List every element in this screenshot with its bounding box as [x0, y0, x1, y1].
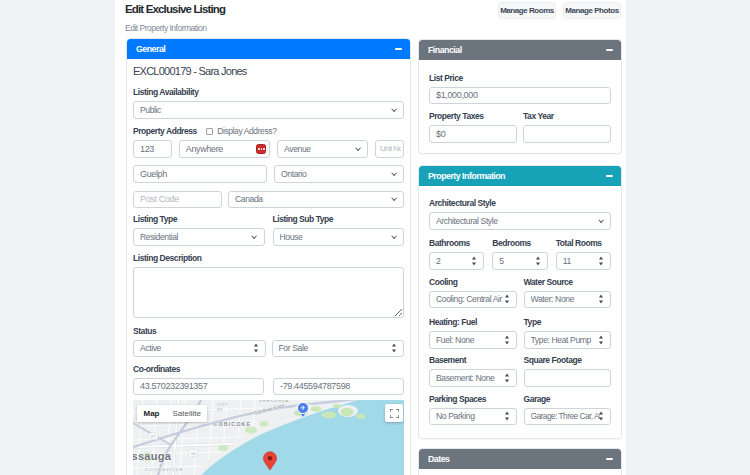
right-column: Financial List Price Property Taxes Tax …	[418, 39, 622, 475]
svg-text:10: 10	[191, 451, 196, 456]
map[interactable]: 27 10 ✈	[133, 400, 404, 475]
chevron-down-icon	[391, 233, 397, 239]
water-source-select[interactable]: Water: None	[524, 291, 612, 309]
chevron-down-icon	[391, 106, 397, 112]
property-information-card: Property Information Architectural Style…	[418, 165, 622, 439]
bedrooms-stepper[interactable]: 5	[492, 252, 547, 270]
general-card-header: General	[127, 39, 410, 59]
header-actions: Manage Rooms Manage Photos	[498, 2, 621, 19]
parking-spaces-select[interactable]: No Parking	[429, 408, 517, 426]
up-down-arrows-icon	[599, 335, 604, 344]
manage-photos-button[interactable]: Manage Photos	[563, 2, 621, 19]
map-type-map-button[interactable]: Map	[137, 405, 166, 422]
up-down-arrows-icon	[599, 412, 604, 421]
total-rooms-label: Total Rooms	[556, 239, 611, 248]
heating-type-label: Type	[524, 318, 612, 327]
up-down-arrows-icon	[472, 256, 477, 265]
parking-spaces-label: Parking Spaces	[429, 395, 517, 404]
total-rooms-stepper[interactable]: 11	[556, 252, 611, 270]
bedrooms-label: Bedrooms	[492, 239, 547, 248]
up-down-arrows-icon	[254, 344, 259, 353]
city-input[interactable]	[133, 165, 267, 183]
page-subtitle: Edit Property Information	[125, 23, 225, 33]
manage-rooms-button[interactable]: Manage Rooms	[498, 2, 556, 19]
province-select[interactable]: Ontario	[274, 165, 404, 183]
dates-card-title: Dates	[428, 454, 449, 464]
listing-sub-type-select[interactable]: House	[273, 228, 405, 246]
property-taxes-label: Property Taxes	[429, 112, 517, 121]
fullscreen-corners-icon	[390, 409, 399, 418]
up-down-arrows-icon	[599, 295, 604, 304]
street-number-input[interactable]	[133, 140, 172, 158]
map-label-mississauga: ssauga	[133, 450, 171, 462]
tax-year-label: Tax Year	[523, 112, 611, 121]
collapse-minus-icon[interactable]	[606, 49, 613, 51]
listing-availability-select[interactable]: Public	[133, 101, 404, 119]
dates-card-body	[419, 469, 621, 475]
bathrooms-label: Bathrooms	[429, 239, 484, 248]
map-label-parkdale: PARKDALE	[259, 400, 289, 403]
unit-no-input[interactable]	[375, 140, 404, 158]
property-address-label: Property Address	[133, 127, 197, 136]
left-column: General EXCL000179 - Sara Jones Listing …	[126, 38, 411, 475]
heating-type-select[interactable]: Type: Heat Pump	[524, 331, 612, 349]
property-information-card-body: Architectural Style Architectural Style …	[419, 186, 621, 438]
general-card: General EXCL000179 - Sara Jones Listing …	[126, 38, 411, 475]
street-type-select[interactable]: Avenue	[277, 140, 368, 158]
map-label-city: CITY ST	[217, 403, 228, 412]
listing-heading: EXCL000179 - Sara Jones	[133, 65, 404, 78]
country-select[interactable]: Canada	[228, 191, 404, 209]
map-label-city-line2: ST	[217, 407, 223, 412]
collapse-minus-icon[interactable]	[606, 458, 613, 460]
water-source-label: Water Source	[524, 278, 612, 287]
sale-status-select[interactable]: For Sale	[272, 340, 405, 358]
map-label-etobicoke: OBICOKE	[213, 421, 251, 427]
up-down-arrows-icon	[505, 295, 510, 304]
listing-description-label: Listing Description	[133, 254, 404, 263]
heating-fuel-select[interactable]: Fuel: None	[429, 331, 517, 349]
latitude-input[interactable]	[133, 378, 264, 396]
garage-label: Garage	[524, 395, 612, 404]
coordinates-label: Co-ordinates	[133, 365, 404, 374]
svg-text:✈: ✈	[300, 404, 306, 412]
chevron-down-icon	[355, 145, 361, 151]
property-taxes-input[interactable]	[429, 125, 517, 143]
square-footage-label: Square Footage	[524, 356, 612, 365]
collapse-minus-icon[interactable]	[606, 175, 613, 177]
tax-year-input[interactable]	[523, 125, 611, 143]
map-type-satellite-button[interactable]: Satellite	[166, 405, 207, 422]
cooling-select[interactable]: Cooling: Central Air	[429, 291, 517, 309]
listing-type-label: Listing Type	[133, 215, 265, 224]
chevron-down-icon	[251, 233, 257, 239]
svg-text:27: 27	[151, 434, 156, 439]
square-footage-input[interactable]	[524, 369, 612, 387]
map-type-control: Map Satellite	[137, 405, 207, 422]
financial-card-body: List Price Property Taxes Tax Year	[419, 60, 621, 153]
up-down-arrows-icon	[392, 344, 397, 353]
map-label-etobicoke-text: OBICOKE	[219, 421, 252, 427]
architectural-style-select[interactable]: Architectural Style	[429, 212, 611, 230]
display-address-checkbox[interactable]	[206, 128, 213, 135]
up-down-arrows-icon	[505, 412, 510, 421]
status-select[interactable]: Active	[133, 340, 266, 358]
post-code-input[interactable]	[133, 191, 222, 209]
financial-card: Financial List Price Property Taxes Tax …	[418, 39, 622, 154]
architectural-style-label: Architectural Style	[429, 199, 611, 208]
collapse-minus-icon[interactable]	[395, 48, 402, 50]
basement-label: Basement	[429, 356, 517, 365]
map-poi-icon	[213, 423, 217, 427]
general-card-title: General	[136, 44, 165, 54]
listing-description-textarea[interactable]	[133, 267, 404, 318]
list-price-input[interactable]	[429, 87, 611, 105]
listing-type-select[interactable]: Residential	[133, 228, 265, 246]
bathrooms-stepper[interactable]: 2	[429, 252, 484, 270]
display-address-label: Display Address?	[217, 127, 276, 136]
chevron-down-icon	[391, 170, 397, 176]
up-down-arrows-icon	[536, 256, 541, 265]
status-label: Status	[133, 327, 404, 336]
general-card-body: EXCL000179 - Sara Jones Listing Availabi…	[127, 59, 410, 475]
garage-select[interactable]: Garage: Three Car, Atta	[524, 408, 612, 426]
longitude-input[interactable]	[273, 378, 404, 396]
fullscreen-button[interactable]	[385, 404, 403, 422]
basement-select[interactable]: Basement: None	[429, 369, 517, 387]
